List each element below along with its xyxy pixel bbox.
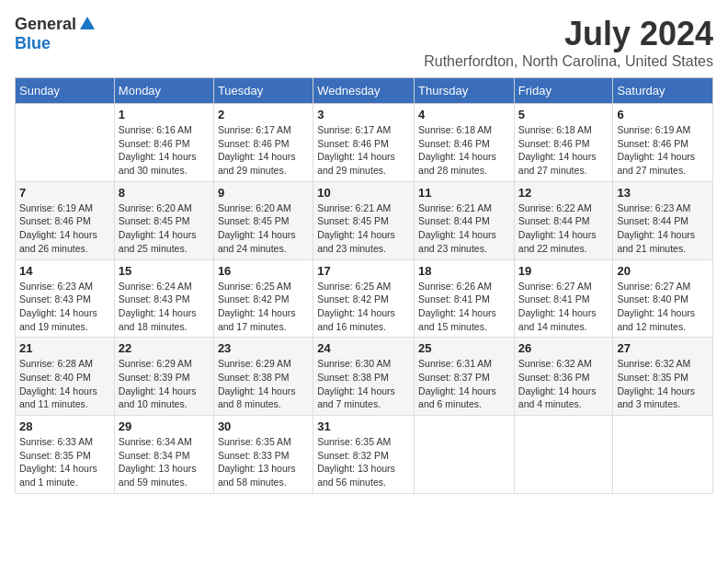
day-number: 11 — [418, 186, 510, 200]
day-number: 15 — [119, 264, 210, 278]
logo-general-text: General — [15, 15, 76, 34]
calendar-cell: 25Sunrise: 6:31 AM Sunset: 8:37 PM Dayli… — [415, 338, 515, 416]
day-info: Sunrise: 6:25 AM Sunset: 8:42 PM Dayligh… — [218, 280, 309, 334]
day-number: 21 — [19, 341, 110, 355]
day-info: Sunrise: 6:28 AM Sunset: 8:40 PM Dayligh… — [19, 357, 110, 411]
day-number: 28 — [19, 419, 110, 433]
day-number: 4 — [418, 108, 510, 121]
day-info: Sunrise: 6:17 AM Sunset: 8:46 PM Dayligh… — [218, 123, 309, 178]
day-info: Sunrise: 6:31 AM Sunset: 8:37 PM Dayligh… — [418, 357, 510, 411]
calendar-week-1: 7Sunrise: 6:19 AM Sunset: 8:46 PM Daylig… — [16, 181, 713, 259]
day-number: 18 — [418, 264, 510, 278]
day-number: 12 — [518, 186, 609, 200]
day-info: Sunrise: 6:21 AM Sunset: 8:44 PM Dayligh… — [418, 201, 510, 256]
calendar-cell: 3Sunrise: 6:17 AM Sunset: 8:46 PM Daylig… — [313, 104, 415, 182]
day-number: 23 — [218, 341, 309, 355]
calendar-cell: 4Sunrise: 6:18 AM Sunset: 8:46 PM Daylig… — [415, 104, 515, 182]
calendar-cell — [16, 104, 115, 182]
header-thursday: Thursday — [415, 78, 515, 104]
calendar-cell: 20Sunrise: 6:27 AM Sunset: 8:40 PM Dayli… — [613, 259, 713, 338]
day-number: 29 — [119, 419, 210, 433]
day-info: Sunrise: 6:27 AM Sunset: 8:40 PM Dayligh… — [617, 280, 709, 334]
day-info: Sunrise: 6:23 AM Sunset: 8:44 PM Dayligh… — [617, 201, 709, 256]
calendar-cell: 17Sunrise: 6:25 AM Sunset: 8:42 PM Dayli… — [313, 259, 415, 338]
calendar-cell: 22Sunrise: 6:29 AM Sunset: 8:39 PM Dayli… — [114, 338, 213, 416]
calendar-cell: 15Sunrise: 6:24 AM Sunset: 8:43 PM Dayli… — [114, 259, 213, 338]
calendar-cell: 24Sunrise: 6:30 AM Sunset: 8:38 PM Dayli… — [313, 338, 415, 416]
day-info: Sunrise: 6:34 AM Sunset: 8:34 PM Dayligh… — [119, 435, 210, 489]
header-friday: Friday — [514, 78, 613, 104]
calendar-cell: 1Sunrise: 6:16 AM Sunset: 8:46 PM Daylig… — [114, 104, 213, 182]
day-number: 17 — [317, 264, 410, 278]
day-info: Sunrise: 6:20 AM Sunset: 8:45 PM Dayligh… — [119, 201, 210, 256]
logo-blue-text: Blue — [15, 34, 51, 53]
calendar-cell: 31Sunrise: 6:35 AM Sunset: 8:32 PM Dayli… — [313, 416, 415, 494]
day-number: 7 — [19, 186, 110, 200]
header-tuesday: Tuesday — [213, 78, 313, 104]
location-title: Rutherfordton, North Carolina, United St… — [424, 53, 713, 70]
page-header: General Blue July 2024 Rutherfordton, No… — [15, 15, 713, 70]
calendar-table: SundayMondayTuesdayWednesdayThursdayFrid… — [15, 77, 713, 494]
day-info: Sunrise: 6:19 AM Sunset: 8:46 PM Dayligh… — [617, 123, 709, 178]
day-number: 24 — [317, 341, 410, 355]
day-number: 22 — [119, 341, 210, 355]
calendar-cell: 5Sunrise: 6:18 AM Sunset: 8:46 PM Daylig… — [514, 104, 613, 182]
day-info: Sunrise: 6:24 AM Sunset: 8:43 PM Dayligh… — [119, 280, 210, 334]
calendar-cell: 6Sunrise: 6:19 AM Sunset: 8:46 PM Daylig… — [613, 104, 713, 182]
day-info: Sunrise: 6:30 AM Sunset: 8:38 PM Dayligh… — [317, 357, 410, 411]
day-number: 9 — [218, 186, 309, 200]
title-area: July 2024 Rutherfordton, North Carolina,… — [424, 15, 713, 70]
day-number: 3 — [317, 108, 410, 121]
calendar-cell: 28Sunrise: 6:33 AM Sunset: 8:35 PM Dayli… — [16, 416, 115, 494]
calendar-cell: 18Sunrise: 6:26 AM Sunset: 8:41 PM Dayli… — [415, 259, 515, 338]
header-sunday: Sunday — [16, 78, 115, 104]
day-number: 13 — [617, 186, 709, 200]
day-number: 8 — [119, 186, 210, 200]
calendar-week-4: 28Sunrise: 6:33 AM Sunset: 8:35 PM Dayli… — [16, 416, 713, 494]
header-saturday: Saturday — [613, 78, 713, 104]
day-number: 16 — [218, 264, 309, 278]
header-wednesday: Wednesday — [313, 78, 415, 104]
day-info: Sunrise: 6:35 AM Sunset: 8:33 PM Dayligh… — [218, 435, 309, 489]
calendar-cell: 11Sunrise: 6:21 AM Sunset: 8:44 PM Dayli… — [415, 181, 515, 259]
day-info: Sunrise: 6:29 AM Sunset: 8:39 PM Dayligh… — [119, 357, 210, 411]
calendar-cell: 10Sunrise: 6:21 AM Sunset: 8:45 PM Dayli… — [313, 181, 415, 259]
day-number: 25 — [418, 341, 510, 355]
calendar-cell: 7Sunrise: 6:19 AM Sunset: 8:46 PM Daylig… — [16, 181, 115, 259]
month-title: July 2024 — [424, 15, 713, 53]
calendar-cell: 30Sunrise: 6:35 AM Sunset: 8:33 PM Dayli… — [213, 416, 313, 494]
calendar-cell: 14Sunrise: 6:23 AM Sunset: 8:43 PM Dayli… — [16, 259, 115, 338]
day-info: Sunrise: 6:23 AM Sunset: 8:43 PM Dayligh… — [19, 280, 110, 334]
day-info: Sunrise: 6:17 AM Sunset: 8:46 PM Dayligh… — [317, 123, 410, 178]
day-number: 31 — [317, 419, 410, 433]
calendar-cell: 2Sunrise: 6:17 AM Sunset: 8:46 PM Daylig… — [213, 104, 313, 182]
calendar-cell: 21Sunrise: 6:28 AM Sunset: 8:40 PM Dayli… — [16, 338, 115, 416]
svg-marker-0 — [80, 17, 95, 29]
calendar-cell: 8Sunrise: 6:20 AM Sunset: 8:45 PM Daylig… — [114, 181, 213, 259]
day-number: 10 — [317, 186, 410, 200]
calendar-cell: 12Sunrise: 6:22 AM Sunset: 8:44 PM Dayli… — [514, 181, 613, 259]
day-info: Sunrise: 6:20 AM Sunset: 8:45 PM Dayligh… — [218, 201, 309, 256]
day-number: 5 — [518, 108, 609, 121]
calendar-cell: 16Sunrise: 6:25 AM Sunset: 8:42 PM Dayli… — [213, 259, 313, 338]
day-number: 27 — [617, 341, 709, 355]
day-number: 26 — [518, 341, 609, 355]
logo: General Blue — [15, 15, 97, 53]
calendar-cell: 19Sunrise: 6:27 AM Sunset: 8:41 PM Dayli… — [514, 259, 613, 338]
day-info: Sunrise: 6:27 AM Sunset: 8:41 PM Dayligh… — [518, 280, 609, 334]
day-number: 30 — [218, 419, 309, 433]
day-info: Sunrise: 6:29 AM Sunset: 8:38 PM Dayligh… — [218, 357, 309, 411]
day-info: Sunrise: 6:16 AM Sunset: 8:46 PM Dayligh… — [119, 123, 210, 178]
day-number: 1 — [119, 108, 210, 121]
calendar-cell: 26Sunrise: 6:32 AM Sunset: 8:36 PM Dayli… — [514, 338, 613, 416]
calendar-cell — [613, 416, 713, 494]
day-info: Sunrise: 6:18 AM Sunset: 8:46 PM Dayligh… — [418, 123, 510, 178]
day-info: Sunrise: 6:26 AM Sunset: 8:41 PM Dayligh… — [418, 280, 510, 334]
day-info: Sunrise: 6:19 AM Sunset: 8:46 PM Dayligh… — [19, 201, 110, 256]
day-info: Sunrise: 6:18 AM Sunset: 8:46 PM Dayligh… — [518, 123, 609, 178]
day-number: 19 — [518, 264, 609, 278]
calendar-cell — [415, 416, 515, 494]
day-info: Sunrise: 6:35 AM Sunset: 8:32 PM Dayligh… — [317, 435, 410, 489]
day-number: 20 — [617, 264, 709, 278]
calendar-cell: 9Sunrise: 6:20 AM Sunset: 8:45 PM Daylig… — [213, 181, 313, 259]
